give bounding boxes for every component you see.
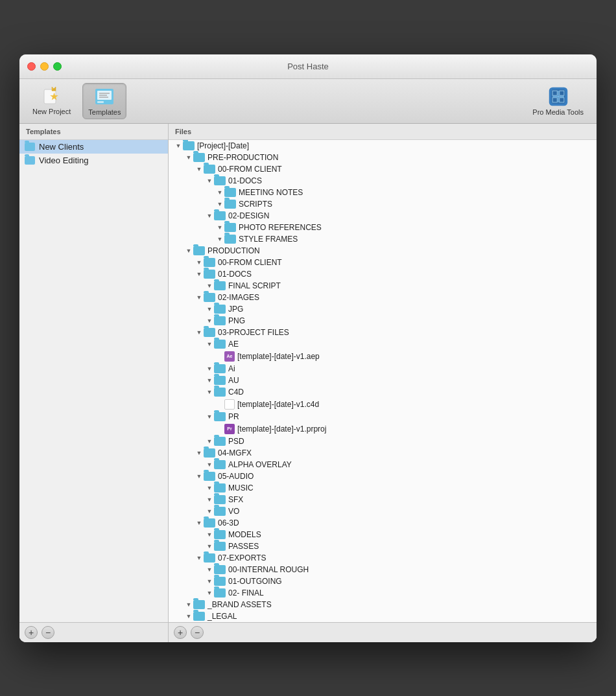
tree-row[interactable]: ▼00-FROM CLIENT bbox=[169, 257, 597, 268]
tree-row[interactable]: ▼VO bbox=[169, 505, 597, 517]
tree-row[interactable]: Ae[template]-[date]-v1.aep bbox=[169, 350, 597, 363]
disclosure-triangle[interactable]: ▼ bbox=[205, 588, 214, 597]
disclosure-triangle[interactable]: ▼ bbox=[205, 483, 214, 493]
disclosure-triangle[interactable]: ▼ bbox=[205, 437, 214, 446]
tree-row-label: 00-FROM CLIENT bbox=[218, 165, 282, 174]
disclosure-triangle[interactable]: ▼ bbox=[184, 600, 193, 609]
disclosure-triangle[interactable]: ▼ bbox=[205, 530, 214, 539]
tree-row[interactable]: ▼00-INTERNAL ROUGH bbox=[169, 564, 597, 575]
close-button[interactable] bbox=[27, 62, 36, 71]
disclosure-triangle[interactable]: ▼ bbox=[205, 211, 214, 220]
tree-row[interactable]: ▼[Project]-[Date] bbox=[169, 140, 597, 152]
tree-row-label: 05-AUDIO bbox=[218, 472, 254, 481]
disclosure-triangle[interactable]: ▼ bbox=[205, 495, 214, 504]
sidebar-item-new-clients[interactable]: New Clients bbox=[19, 140, 168, 154]
sidebar-item-video-editing[interactable]: Video Editing bbox=[19, 154, 168, 167]
templates-button[interactable]: Templates bbox=[82, 83, 126, 119]
disclosure-triangle[interactable]: ▼ bbox=[205, 376, 214, 385]
tree-row[interactable]: ▼06-3D bbox=[169, 517, 597, 529]
disclosure-triangle[interactable]: ▼ bbox=[195, 448, 204, 458]
disclosure-triangle[interactable]: ▼ bbox=[215, 188, 224, 197]
tree-row[interactable]: [template]-[date]-v1.c4d bbox=[169, 398, 597, 411]
tree-row[interactable]: ▼07-EXPORTS bbox=[169, 552, 597, 564]
disclosure-triangle[interactable]: ▼ bbox=[184, 246, 193, 255]
disclosure-triangle[interactable]: ▼ bbox=[195, 518, 204, 528]
tree-row[interactable]: ▼MUSIC bbox=[169, 482, 597, 494]
tree-row[interactable]: ▼SCRIPTS bbox=[169, 198, 597, 210]
maximize-button[interactable] bbox=[53, 62, 62, 71]
tree-row[interactable]: ▼02- FINAL bbox=[169, 587, 597, 599]
disclosure-triangle[interactable]: ▼ bbox=[205, 305, 214, 314]
tree-row[interactable]: ▼01-DOCS bbox=[169, 268, 597, 280]
disclosure-triangle[interactable]: ▼ bbox=[195, 165, 204, 174]
disclosure-triangle[interactable]: ▼ bbox=[215, 200, 224, 209]
tree-row[interactable]: ▼02-IMAGES bbox=[169, 292, 597, 303]
tree-row[interactable]: ▼AU bbox=[169, 375, 597, 386]
disclosure-triangle[interactable]: ▼ bbox=[205, 364, 214, 373]
tree-row[interactable]: ▼_BRAND ASSETS bbox=[169, 599, 597, 610]
disclosure-triangle[interactable]: ▼ bbox=[205, 577, 214, 586]
tree-row[interactable]: ▼01-OUTGOING bbox=[169, 575, 597, 587]
tree-row[interactable]: ▼03-PROJECT FILES bbox=[169, 327, 597, 338]
sidebar-remove-button[interactable]: − bbox=[41, 626, 54, 639]
tree-row[interactable]: ▼FINAL SCRIPT bbox=[169, 280, 597, 292]
disclosure-triangle[interactable]: ▼ bbox=[205, 565, 214, 574]
disclosure-triangle[interactable]: ▼ bbox=[205, 388, 214, 397]
tree-row[interactable]: ▼SFX bbox=[169, 494, 597, 505]
tree-row[interactable]: ▼PNG bbox=[169, 315, 597, 327]
tree-row[interactable]: ▼05-AUDIO bbox=[169, 470, 597, 482]
tree-row[interactable]: ▼STYLE FRAMES bbox=[169, 233, 597, 245]
tree-row-label: PR bbox=[228, 412, 239, 421]
tree-row[interactable]: ▼PR bbox=[169, 411, 597, 423]
disclosure-triangle[interactable]: ▼ bbox=[205, 542, 214, 551]
tree-row[interactable]: ▼01-DOCS bbox=[169, 175, 597, 187]
minimize-button[interactable] bbox=[40, 62, 49, 71]
sidebar-add-button[interactable]: + bbox=[25, 626, 38, 639]
disclosure-triangle[interactable]: ▼ bbox=[184, 153, 193, 162]
window-title: Post Haste bbox=[287, 62, 329, 71]
disclosure-triangle[interactable]: ▼ bbox=[174, 141, 183, 150]
disclosure-triangle[interactable]: ▼ bbox=[195, 258, 204, 267]
tree-row[interactable]: ▼04-MGFX bbox=[169, 447, 597, 459]
new-project-button[interactable]: ★ New Project bbox=[27, 83, 76, 119]
disclosure-triangle[interactable]: ▼ bbox=[195, 270, 204, 279]
tree-row[interactable]: ▼AE bbox=[169, 338, 597, 350]
tree-row[interactable]: ▼00-FROM CLIENT bbox=[169, 163, 597, 175]
disclosure-triangle[interactable]: ▼ bbox=[205, 281, 214, 290]
disclosure-triangle[interactable]: ▼ bbox=[205, 316, 214, 325]
files-tree[interactable]: ▼[Project]-[Date]▼PRE-PRODUCTION▼00-FROM… bbox=[169, 140, 597, 622]
pro-media-tools-button[interactable]: Pro Media Tools bbox=[527, 84, 589, 119]
tree-row[interactable]: ▼ALPHA OVERLAY bbox=[169, 459, 597, 470]
disclosure-triangle[interactable]: ▼ bbox=[205, 507, 214, 516]
disclosure-triangle[interactable]: ▼ bbox=[215, 235, 224, 244]
tree-row[interactable]: ▼PRE-PRODUCTION bbox=[169, 152, 597, 163]
files-add-button[interactable]: + bbox=[174, 626, 187, 639]
tree-row[interactable]: ▼PRODUCTION bbox=[169, 245, 597, 257]
folder-icon bbox=[214, 340, 226, 349]
disclosure-triangle[interactable]: ▼ bbox=[195, 472, 204, 481]
tree-row[interactable]: ▼PHOTO REFERENCES bbox=[169, 222, 597, 233]
tree-row[interactable]: ▼MEETING NOTES bbox=[169, 187, 597, 198]
tree-row[interactable]: ▼PASSES bbox=[169, 540, 597, 552]
folder-icon bbox=[214, 542, 226, 551]
tree-row[interactable]: ▼JPG bbox=[169, 303, 597, 315]
disclosure-triangle[interactable]: ▼ bbox=[205, 340, 214, 349]
disclosure-triangle[interactable]: ▼ bbox=[205, 412, 214, 421]
disclosure-triangle[interactable]: ▼ bbox=[195, 293, 204, 302]
folder-icon bbox=[193, 600, 205, 609]
tree-row[interactable]: ▼02-DESIGN bbox=[169, 210, 597, 222]
disclosure-triangle[interactable]: ▼ bbox=[215, 223, 224, 232]
tree-row[interactable]: ▼MODELS bbox=[169, 529, 597, 540]
tree-row[interactable]: ▼_LEGAL bbox=[169, 610, 597, 622]
disclosure-triangle[interactable]: ▼ bbox=[205, 176, 214, 185]
tree-row[interactable]: Pr[template]-[date]-v1.prproj bbox=[169, 423, 597, 435]
disclosure-triangle[interactable]: ▼ bbox=[195, 553, 204, 563]
tree-row-label: ALPHA OVERLAY bbox=[228, 460, 292, 469]
tree-row[interactable]: ▼Ai bbox=[169, 363, 597, 375]
disclosure-triangle[interactable]: ▼ bbox=[205, 460, 214, 469]
tree-row[interactable]: ▼PSD bbox=[169, 435, 597, 447]
disclosure-triangle[interactable]: ▼ bbox=[195, 328, 204, 337]
files-remove-button[interactable]: − bbox=[191, 626, 204, 639]
disclosure-triangle[interactable]: ▼ bbox=[184, 612, 193, 621]
tree-row[interactable]: ▼C4D bbox=[169, 386, 597, 398]
